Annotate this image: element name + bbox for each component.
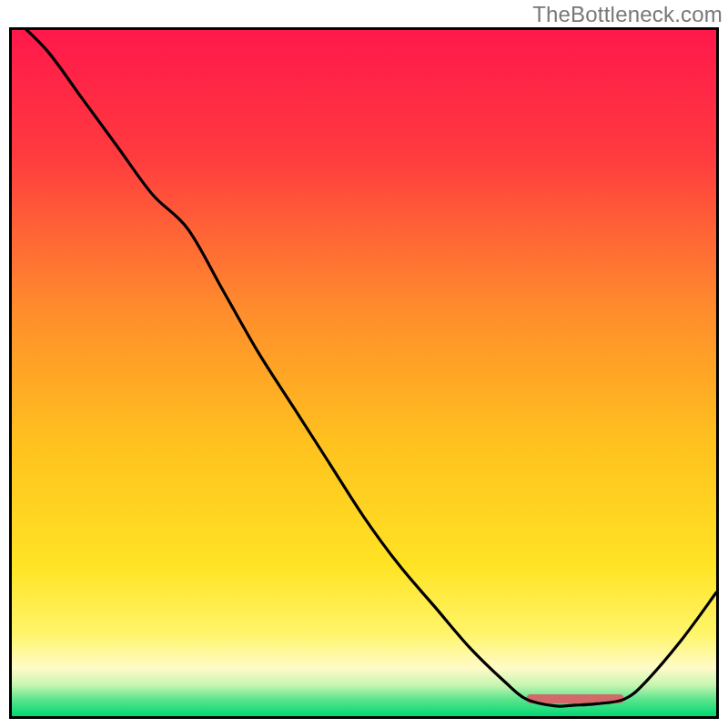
chart-stage: TheBottleneck.com (0, 0, 728, 728)
curve-path (12, 30, 716, 706)
plot-area (9, 27, 719, 719)
bottleneck-curve (12, 30, 716, 716)
watermark-text: TheBottleneck.com (532, 2, 723, 27)
